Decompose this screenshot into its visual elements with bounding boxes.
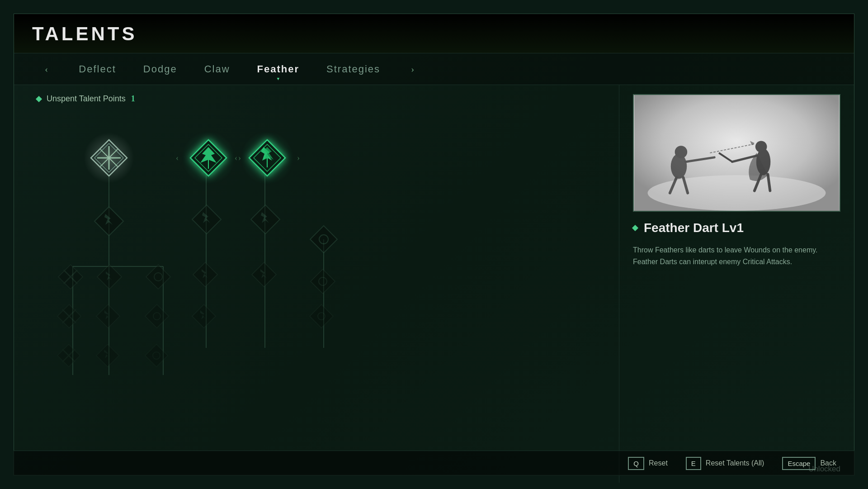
svg-marker-33	[252, 262, 276, 287]
talent-node-3[interactable]: ‹ ›	[245, 135, 290, 180]
talent-node-4a[interactable]	[308, 223, 340, 255]
svg-marker-29	[97, 265, 122, 289]
prev-tab-arrow[interactable]: ‹	[41, 62, 52, 77]
talent-node-2[interactable]: ‹ ›	[186, 135, 231, 180]
back-action[interactable]: Escape Back	[782, 457, 836, 470]
tab-strategies[interactable]: Strategies	[326, 60, 380, 79]
talent-node-3c[interactable]	[249, 260, 278, 289]
svg-marker-32	[193, 262, 217, 287]
svg-marker-40	[145, 304, 169, 328]
right-panel: Feather Dart Lv1 Throw Feathers like dar…	[619, 85, 854, 483]
talent-node-1b[interactable]	[91, 203, 127, 239]
bullet-diamond	[36, 95, 42, 102]
talent-node-row4-left[interactable]	[56, 303, 83, 330]
talent-tree-area: Unspent Talent Points 1	[14, 85, 619, 483]
svg-marker-43	[310, 304, 333, 328]
talent-node-sub-center1[interactable]	[94, 262, 124, 291]
tab-feather[interactable]: Feather	[257, 60, 299, 79]
main-content: Unspent Talent Points 1	[14, 85, 854, 483]
skill-name-diamond	[632, 225, 638, 231]
skill-preview-image	[633, 94, 840, 212]
next-tab-arrow[interactable]: ›	[407, 62, 418, 77]
talent-node-2c[interactable]	[190, 260, 220, 289]
reset-action[interactable]: Q Reset	[628, 457, 667, 470]
unspent-points: Unspent Talent Points 1	[37, 94, 605, 104]
talent-node-row5-center[interactable]	[94, 342, 121, 369]
skill-name: Feather Dart Lv1	[644, 221, 744, 235]
reset-all-key: E	[686, 457, 701, 470]
talent-node-sub-left1[interactable]	[56, 262, 85, 291]
svg-marker-30	[146, 265, 170, 289]
talent-node-sub-right1[interactable]	[143, 262, 173, 291]
svg-marker-48	[96, 344, 119, 367]
talent-node-row4-center[interactable]	[94, 303, 122, 330]
tab-dodge[interactable]: Dodge	[143, 60, 177, 79]
svg-marker-24	[310, 226, 337, 253]
reset-label: Reset	[649, 459, 668, 467]
svg-marker-49	[145, 344, 168, 367]
back-label: Back	[820, 459, 836, 467]
talent-node-4c[interactable]	[308, 303, 335, 330]
talent-node-1[interactable]	[86, 135, 132, 180]
skill-name-row: Feather Dart Lv1	[633, 221, 840, 235]
talent-node-row4-right[interactable]	[143, 303, 170, 330]
combat-scene	[634, 95, 840, 211]
svg-point-59	[755, 141, 767, 152]
tree-canvas: ‹ › ‹	[28, 113, 389, 375]
svg-marker-42	[192, 304, 216, 328]
page-title: TALENTS	[32, 23, 137, 44]
tab-deflect[interactable]: Deflect	[79, 60, 116, 79]
reset-key: Q	[628, 457, 644, 470]
reset-all-action[interactable]: E Reset Talents (All)	[686, 457, 764, 470]
svg-marker-34	[311, 269, 335, 294]
tab-navigation: ‹ Deflect Dodge Claw Feather Strategies …	[14, 53, 854, 85]
skill-description: Throw Feathers like darts to leave Wound…	[633, 244, 840, 267]
tab-claw[interactable]: Claw	[204, 60, 230, 79]
reset-all-label: Reset Talents (All)	[706, 459, 764, 467]
talent-node-2b[interactable]	[190, 203, 223, 236]
talent-node-row5-right[interactable]	[143, 342, 170, 369]
unspent-count: 1	[131, 94, 135, 104]
title-bar: TALENTS	[14, 14, 854, 53]
talent-node-3b[interactable]	[249, 203, 282, 236]
svg-marker-39	[96, 304, 120, 328]
talent-node-row5-left[interactable]	[56, 342, 82, 369]
talent-node-2d[interactable]	[190, 303, 217, 330]
unspent-label: Unspent Talent Points	[47, 94, 126, 104]
back-key: Escape	[782, 457, 816, 470]
svg-point-54	[675, 146, 688, 158]
talent-node-4b[interactable]	[308, 266, 337, 296]
bottom-bar: Q Reset E Reset Talents (All) Escape Bac…	[14, 451, 854, 475]
